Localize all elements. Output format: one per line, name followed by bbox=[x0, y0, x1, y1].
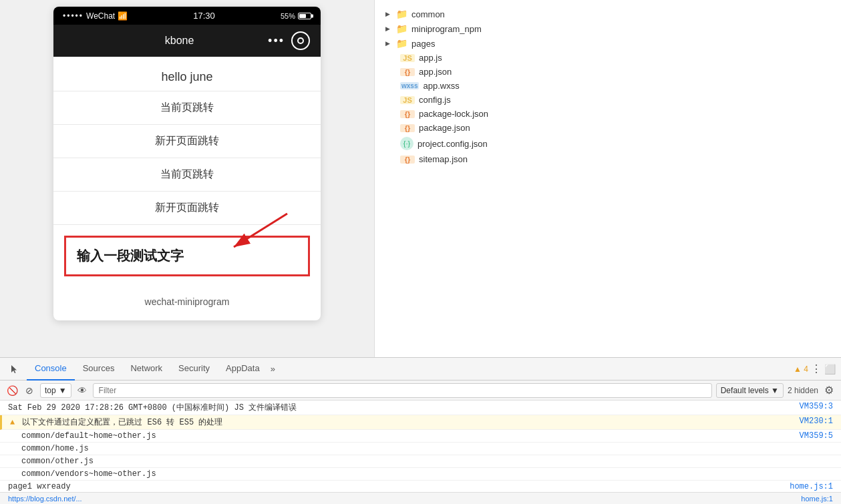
settings-btn[interactable]: ⚙ bbox=[822, 384, 836, 397]
tree-label-project-config: project.config.json bbox=[417, 139, 488, 149]
test-input-box[interactable]: 输入一段测试文字 bbox=[64, 236, 310, 276]
tree-arrow-pages: ▶ bbox=[385, 40, 392, 47]
tree-item-package-json[interactable]: {} package.json bbox=[375, 121, 841, 135]
console-line-2: ▲ 以下文件通过自定义配置，已跳过 ES6 转 ES5 的处理 VM230:1 bbox=[0, 415, 841, 430]
more-tabs-btn[interactable]: » bbox=[271, 364, 275, 374]
tree-item-project-config[interactable]: {·} project.config.json bbox=[375, 135, 841, 152]
battery-icon bbox=[298, 13, 311, 19]
tree-item-package-lock[interactable]: {} package-lock.json bbox=[375, 107, 841, 121]
devtools-tabs-bar: Console Sources Network Security AppData… bbox=[0, 358, 841, 381]
console-line-5: common/other.js bbox=[0, 455, 841, 468]
tree-item-pages[interactable]: ▶ 📁 pages bbox=[375, 36, 841, 51]
file-tree-panel: ▶ 📁 common ▶ 📁 miniprogram_npm ▶ 📁 pages… bbox=[374, 0, 841, 357]
tab-appdata[interactable]: AppData bbox=[218, 358, 268, 381]
tab-security[interactable]: Security bbox=[170, 358, 218, 381]
json-file-icon-pkglock: {} bbox=[400, 110, 415, 118]
greeting-text: hello june bbox=[53, 57, 321, 91]
devtools-menu-btn[interactable]: ⋮ bbox=[811, 362, 822, 375]
warning-badge: ▲ 4 bbox=[794, 364, 808, 374]
phone-status-bar: ••••• WeChat 📶 17:30 55% bbox=[53, 7, 321, 25]
bottom-url-bar: https://blog.csdn.net/... home.js:1 bbox=[0, 492, 841, 504]
warning-count: ▲ 4 bbox=[794, 364, 808, 374]
tree-item-app-wxss[interactable]: wxss app.wxss bbox=[375, 79, 841, 93]
console-link-3[interactable]: VM359:5 bbox=[800, 431, 833, 441]
devtools-panel: Console Sources Network Security AppData… bbox=[0, 357, 841, 504]
console-line-3: common/default~home~other.js VM359:5 bbox=[0, 430, 841, 443]
tab-network[interactable]: Network bbox=[122, 358, 170, 381]
wifi-icon: 📶 bbox=[118, 11, 128, 21]
console-content: Sat Feb 29 2020 17:28:26 GMT+0800 (中国标准时… bbox=[0, 401, 841, 492]
bottom-right-ref: home.js:1 bbox=[801, 495, 833, 503]
tab-sources[interactable]: Sources bbox=[75, 358, 123, 381]
tree-label-app-js: app.js bbox=[419, 53, 442, 63]
console-text-5: common/other.js bbox=[8, 457, 94, 466]
json-file-icon-pkg: {} bbox=[400, 124, 415, 132]
tree-label-miniprogram-npm: miniprogram_npm bbox=[411, 24, 482, 34]
block-btn[interactable]: ⊘ bbox=[23, 384, 36, 397]
tree-label-package-lock: package-lock.json bbox=[419, 109, 488, 119]
tree-item-miniprogram-npm[interactable]: ▶ 📁 miniprogram_npm bbox=[375, 21, 841, 36]
phone-nav-bar: kbone ••• bbox=[53, 25, 321, 57]
warning-triangle-icon: ▲ bbox=[10, 418, 15, 427]
folder-icon-common: 📁 bbox=[396, 9, 407, 19]
devtools-right-controls: ⋮ ⬜ bbox=[811, 362, 836, 375]
devtools-cursor-icon[interactable] bbox=[5, 360, 24, 379]
bottom-url-text: https://blog.csdn.net/... bbox=[8, 495, 82, 503]
eye-btn[interactable]: 👁 bbox=[75, 384, 89, 397]
context-label: top bbox=[45, 386, 56, 395]
console-text-7: page1 wxready bbox=[8, 482, 71, 491]
console-line-7: page1 wxready home.js:1 bbox=[0, 481, 841, 492]
status-left: ••••• WeChat 📶 bbox=[63, 11, 128, 21]
clear-console-btn[interactable]: 🚫 bbox=[5, 384, 19, 397]
levels-label: Default levels ▼ bbox=[721, 386, 779, 395]
tree-item-app-json[interactable]: {} app.json bbox=[375, 65, 841, 79]
nav-item-2[interactable]: 新开页面跳转 bbox=[53, 125, 321, 158]
camera-icon[interactable] bbox=[291, 31, 310, 50]
js-file-icon: JS bbox=[400, 54, 415, 62]
nav-dots-btn[interactable]: ••• bbox=[268, 34, 285, 48]
console-text-3: common/default~home~other.js bbox=[8, 431, 156, 441]
json-file-icon-sitemap: {} bbox=[400, 156, 415, 164]
tree-item-app-js[interactable]: JS app.js bbox=[375, 51, 841, 65]
tree-label-app-wxss: app.wxss bbox=[423, 81, 459, 91]
tree-arrow-miniprogram-npm: ▶ bbox=[385, 25, 392, 32]
tree-label-common: common bbox=[411, 9, 445, 19]
tree-label-sitemap: sitemap.json bbox=[419, 154, 468, 164]
phone-frame: ••••• WeChat 📶 17:30 55% kbone ••• bbox=[53, 7, 321, 320]
console-link-7[interactable]: home.js:1 bbox=[790, 482, 833, 491]
console-filter-input[interactable] bbox=[93, 383, 712, 398]
tab-console[interactable]: Console bbox=[27, 358, 75, 381]
js-file-icon-config: JS bbox=[400, 96, 415, 104]
status-time: 17:30 bbox=[193, 11, 215, 21]
nav-item-1[interactable]: 当前页跳转 bbox=[53, 91, 321, 125]
console-link-1[interactable]: VM359:3 bbox=[800, 402, 833, 411]
signal-dots: ••••• bbox=[63, 11, 83, 21]
tree-item-sitemap[interactable]: {} sitemap.json bbox=[375, 152, 841, 166]
folder-icon-miniprogram-npm: 📁 bbox=[396, 23, 407, 34]
tree-item-common[interactable]: ▶ 📁 common bbox=[375, 7, 841, 21]
console-line-4: common/home.js bbox=[0, 443, 841, 455]
tree-label-app-json: app.json bbox=[419, 67, 452, 77]
console-text-6: common/vendors~home~other.js bbox=[8, 469, 156, 479]
levels-selector[interactable]: Default levels ▼ bbox=[716, 383, 784, 398]
tree-item-config-js[interactable]: JS config.js bbox=[375, 93, 841, 107]
project-config-icon: {·} bbox=[400, 137, 413, 150]
tree-arrow-common: ▶ bbox=[385, 11, 392, 17]
devtools-toolbar: 🚫 ⊘ top ▼ 👁 Default levels ▼ 2 hidden ⚙ bbox=[0, 381, 841, 401]
devtools-undock-btn[interactable]: ⬜ bbox=[824, 364, 836, 374]
console-line-1: Sat Feb 29 2020 17:28:26 GMT+0800 (中国标准时… bbox=[0, 401, 841, 415]
console-line-6: common/vendors~home~other.js bbox=[0, 468, 841, 481]
status-right: 55% bbox=[281, 12, 311, 20]
phone-simulator-area: ••••• WeChat 📶 17:30 55% kbone ••• bbox=[0, 0, 374, 357]
nav-item-3[interactable]: 当前页跳转 bbox=[53, 158, 321, 192]
nav-title: kbone bbox=[165, 35, 194, 47]
tree-label-config-js: config.js bbox=[419, 95, 451, 105]
phone-footer-text: wechat-miniprogram bbox=[53, 287, 321, 320]
context-selector[interactable]: top ▼ bbox=[40, 383, 71, 398]
nav-item-4[interactable]: 新开页面跳转 bbox=[53, 192, 321, 225]
console-text-2: 以下文件通过自定义配置，已跳过 ES6 转 ES5 的处理 bbox=[22, 418, 222, 427]
folder-icon-pages: 📁 bbox=[396, 38, 407, 49]
wechat-label: WeChat bbox=[86, 11, 115, 21]
battery-pct: 55% bbox=[281, 12, 295, 20]
console-link-2[interactable]: VM230:1 bbox=[800, 417, 833, 426]
